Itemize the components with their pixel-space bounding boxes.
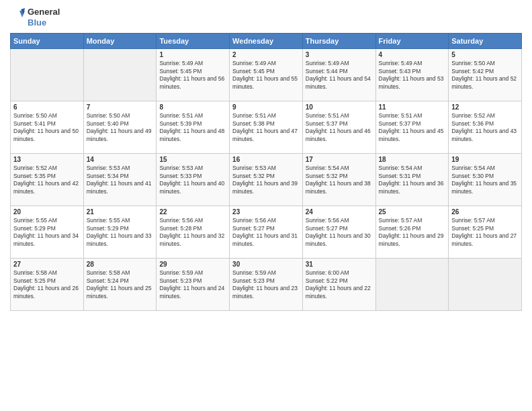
calendar-table: SundayMondayTuesdayWednesdayThursdayFrid… — [10, 33, 522, 311]
day-number: 3 — [306, 51, 373, 58]
day-number: 25 — [379, 208, 446, 216]
cell-info: Sunrise: 6:00 AMSunset: 5:22 PMDaylight:… — [306, 269, 371, 299]
day-number: 16 — [232, 156, 300, 163]
day-number: 24 — [306, 208, 373, 216]
cell-info: Sunrise: 5:59 AMSunset: 5:23 PMDaylight:… — [159, 269, 224, 299]
cell-info: Sunrise: 5:58 AMSunset: 5:25 PMDaylight:… — [13, 269, 79, 299]
week-row-5: 27 Sunrise: 5:58 AMSunset: 5:25 PMDaylig… — [11, 259, 522, 311]
calendar-page: General Blue SundayMondayTuesdayWednesda… — [0, 0, 532, 411]
week-row-4: 20 Sunrise: 5:55 AMSunset: 5:29 PMDaylig… — [11, 206, 522, 259]
cell-info: Sunrise: 5:58 AMSunset: 5:24 PMDaylight:… — [87, 269, 152, 299]
cell-info: Sunrise: 5:49 AMSunset: 5:45 PMDaylight:… — [159, 60, 224, 89]
day-number: 4 — [379, 51, 446, 58]
day-number: 30 — [232, 261, 300, 268]
cell-info: Sunrise: 5:59 AMSunset: 5:23 PMDaylight:… — [232, 269, 298, 299]
cell-info: Sunrise: 5:56 AMSunset: 5:27 PMDaylight:… — [232, 217, 298, 246]
calendar-cell: 14 Sunrise: 5:53 AMSunset: 5:34 PMDaylig… — [83, 154, 157, 206]
calendar-cell: 29 Sunrise: 5:59 AMSunset: 5:23 PMDaylig… — [157, 259, 230, 311]
calendar-cell: 26 Sunrise: 5:57 AMSunset: 5:25 PMDaylig… — [449, 206, 522, 259]
calendar-cell: 23 Sunrise: 5:56 AMSunset: 5:27 PMDaylig… — [230, 206, 303, 259]
logo-blue: Blue — [28, 17, 60, 28]
calendar-cell: 19 Sunrise: 5:54 AMSunset: 5:30 PMDaylig… — [449, 154, 522, 206]
cell-info: Sunrise: 5:51 AMSunset: 5:37 PMDaylight:… — [306, 112, 371, 142]
logo-text-block: General Blue — [10, 7, 60, 28]
day-number: 22 — [159, 208, 226, 216]
calendar-cell: 13 Sunrise: 5:52 AMSunset: 5:35 PMDaylig… — [11, 154, 84, 206]
calendar-cell: 7 Sunrise: 5:50 AMSunset: 5:40 PMDayligh… — [83, 101, 157, 154]
calendar-cell: 4 Sunrise: 5:49 AMSunset: 5:43 PMDayligh… — [375, 49, 449, 101]
day-header-saturday: Saturday — [449, 34, 522, 49]
day-header-tuesday: Tuesday — [157, 34, 230, 49]
calendar-cell — [449, 259, 522, 311]
cell-info: Sunrise: 5:57 AMSunset: 5:25 PMDaylight:… — [451, 217, 517, 246]
day-number: 8 — [159, 103, 226, 111]
calendar-cell: 28 Sunrise: 5:58 AMSunset: 5:24 PMDaylig… — [83, 259, 157, 311]
day-number: 29 — [159, 261, 226, 268]
calendar-cell: 24 Sunrise: 5:56 AMSunset: 5:27 PMDaylig… — [302, 206, 375, 259]
calendar-cell: 22 Sunrise: 5:56 AMSunset: 5:28 PMDaylig… — [157, 206, 230, 259]
day-number: 18 — [379, 156, 446, 163]
calendar-cell: 25 Sunrise: 5:57 AMSunset: 5:26 PMDaylig… — [375, 206, 449, 259]
week-row-2: 6 Sunrise: 5:50 AMSunset: 5:41 PMDayligh… — [11, 101, 522, 154]
cell-info: Sunrise: 5:55 AMSunset: 5:29 PMDaylight:… — [87, 217, 152, 246]
header: General Blue — [10, 7, 522, 28]
cell-info: Sunrise: 5:49 AMSunset: 5:45 PMDaylight:… — [232, 60, 298, 89]
cell-info: Sunrise: 5:54 AMSunset: 5:32 PMDaylight:… — [306, 165, 371, 194]
day-number: 15 — [159, 156, 226, 163]
week-row-1: 1 Sunrise: 5:49 AMSunset: 5:45 PMDayligh… — [11, 49, 522, 101]
cell-info: Sunrise: 5:54 AMSunset: 5:30 PMDaylight:… — [451, 165, 517, 194]
day-number: 6 — [13, 103, 81, 111]
logo: General Blue — [10, 7, 60, 28]
cell-info: Sunrise: 5:56 AMSunset: 5:28 PMDaylight:… — [159, 217, 224, 246]
cell-info: Sunrise: 5:52 AMSunset: 5:36 PMDaylight:… — [451, 112, 517, 142]
day-number: 9 — [232, 103, 300, 111]
day-number: 17 — [306, 156, 373, 163]
day-number: 31 — [306, 261, 373, 268]
day-header-sunday: Sunday — [11, 34, 84, 49]
calendar-header-row: SundayMondayTuesdayWednesdayThursdayFrid… — [11, 34, 522, 49]
calendar-cell — [11, 49, 84, 101]
calendar-cell: 12 Sunrise: 5:52 AMSunset: 5:36 PMDaylig… — [449, 101, 522, 154]
logo-general: General — [28, 7, 60, 17]
cell-info: Sunrise: 5:51 AMSunset: 5:39 PMDaylight:… — [159, 112, 224, 142]
calendar-cell: 16 Sunrise: 5:53 AMSunset: 5:32 PMDaylig… — [230, 154, 303, 206]
calendar-cell: 11 Sunrise: 5:51 AMSunset: 5:37 PMDaylig… — [375, 101, 449, 154]
cell-info: Sunrise: 5:51 AMSunset: 5:37 PMDaylight:… — [379, 112, 444, 142]
calendar-cell: 27 Sunrise: 5:58 AMSunset: 5:25 PMDaylig… — [11, 259, 84, 311]
calendar-cell — [375, 259, 449, 311]
week-row-3: 13 Sunrise: 5:52 AMSunset: 5:35 PMDaylig… — [11, 154, 522, 206]
cell-info: Sunrise: 5:50 AMSunset: 5:42 PMDaylight:… — [451, 60, 517, 89]
cell-info: Sunrise: 5:53 AMSunset: 5:32 PMDaylight:… — [232, 165, 298, 194]
cell-info: Sunrise: 5:51 AMSunset: 5:38 PMDaylight:… — [232, 112, 298, 142]
cell-info: Sunrise: 5:54 AMSunset: 5:31 PMDaylight:… — [379, 165, 444, 194]
cell-info: Sunrise: 5:50 AMSunset: 5:40 PMDaylight:… — [87, 112, 152, 142]
calendar-cell: 1 Sunrise: 5:49 AMSunset: 5:45 PMDayligh… — [157, 49, 230, 101]
calendar-cell: 9 Sunrise: 5:51 AMSunset: 5:38 PMDayligh… — [230, 101, 303, 154]
cell-info: Sunrise: 5:57 AMSunset: 5:26 PMDaylight:… — [379, 217, 444, 246]
cell-info: Sunrise: 5:55 AMSunset: 5:29 PMDaylight:… — [13, 217, 79, 246]
cell-info: Sunrise: 5:49 AMSunset: 5:43 PMDaylight:… — [379, 60, 444, 89]
cell-info: Sunrise: 5:56 AMSunset: 5:27 PMDaylight:… — [306, 217, 371, 246]
calendar-cell — [83, 49, 157, 101]
calendar-cell: 21 Sunrise: 5:55 AMSunset: 5:29 PMDaylig… — [83, 206, 157, 259]
day-header-thursday: Thursday — [302, 34, 375, 49]
day-number: 21 — [87, 208, 154, 216]
day-number: 14 — [87, 156, 154, 163]
calendar-cell: 18 Sunrise: 5:54 AMSunset: 5:31 PMDaylig… — [375, 154, 449, 206]
day-number: 28 — [87, 261, 154, 268]
day-number: 13 — [13, 156, 81, 163]
day-number: 23 — [232, 208, 300, 216]
calendar-cell: 8 Sunrise: 5:51 AMSunset: 5:39 PMDayligh… — [157, 101, 230, 154]
day-number: 12 — [451, 103, 519, 111]
day-number: 27 — [13, 261, 81, 268]
cell-info: Sunrise: 5:50 AMSunset: 5:41 PMDaylight:… — [13, 112, 79, 142]
calendar-body: 1 Sunrise: 5:49 AMSunset: 5:45 PMDayligh… — [11, 49, 522, 311]
calendar-cell: 15 Sunrise: 5:53 AMSunset: 5:33 PMDaylig… — [157, 154, 230, 206]
calendar-cell: 31 Sunrise: 6:00 AMSunset: 5:22 PMDaylig… — [302, 259, 375, 311]
cell-info: Sunrise: 5:53 AMSunset: 5:34 PMDaylight:… — [87, 165, 152, 194]
cell-info: Sunrise: 5:53 AMSunset: 5:33 PMDaylight:… — [159, 165, 224, 194]
day-header-wednesday: Wednesday — [230, 34, 303, 49]
calendar-cell: 2 Sunrise: 5:49 AMSunset: 5:45 PMDayligh… — [230, 49, 303, 101]
calendar-cell: 5 Sunrise: 5:50 AMSunset: 5:42 PMDayligh… — [449, 49, 522, 101]
logo-bird-icon — [10, 8, 25, 27]
